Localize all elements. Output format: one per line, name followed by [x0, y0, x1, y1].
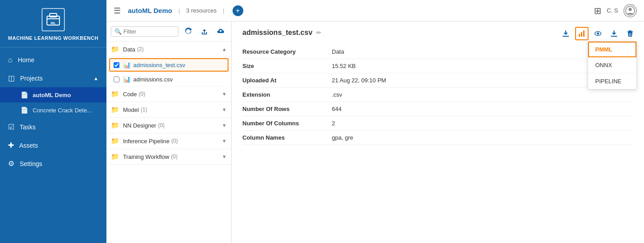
hamburger-icon[interactable]: ☰ — [114, 6, 121, 16]
category-inference-pipeline-label: Inference Pipeline — [123, 138, 169, 145]
sidebar-item-label: Projects — [20, 75, 43, 82]
assets-icon: ✚ — [8, 141, 14, 149]
category-nn-designer-count: (0) — [158, 122, 165, 128]
category-data[interactable]: 📁 Data (2) ▲ — [106, 42, 231, 57]
category-code[interactable]: 📁 Code (0) ▼ — [106, 86, 231, 102]
visualize-button[interactable] — [575, 27, 589, 40]
file-icon: 📄 — [21, 107, 28, 114]
field-label: Extension — [242, 88, 332, 102]
category-model[interactable]: 📁 Model (1) ▼ — [106, 102, 231, 118]
category-inference-pipeline[interactable]: 📁 Inference Pipeline (0) ▼ — [106, 133, 231, 149]
field-value: gpa, gre — [332, 131, 633, 145]
upload-file-button[interactable] — [198, 25, 211, 38]
category-data-count: (2) — [137, 46, 144, 52]
category-model-label: Model — [123, 107, 139, 113]
sidebar: ML MACHINE LEARNING WORKBENCH ⌂ Home ◫ P… — [0, 0, 106, 243]
settings-icon: ⚙ — [8, 159, 14, 168]
sidebar-item-automl-demo[interactable]: 📄 autoML Demo — [0, 87, 106, 102]
svg-point-5 — [629, 8, 632, 11]
file-item-admissions-test[interactable]: 📊 admissions_test.csv — [109, 58, 229, 72]
sidebar-item-home[interactable]: ⌂ Home — [0, 51, 106, 69]
dropdown-item-pmml[interactable]: PMML — [588, 42, 636, 57]
field-label: Number Of Rows — [242, 102, 332, 116]
download-button[interactable] — [607, 27, 621, 40]
sidebar-item-assets[interactable]: ✚ Assets — [0, 136, 106, 154]
field-value: .csv — [332, 88, 633, 102]
delete-button[interactable] — [623, 27, 637, 40]
field-value: 2 — [332, 116, 633, 131]
category-code-label: Code — [123, 91, 137, 98]
folder-icon: 📁 — [111, 121, 119, 129]
category-training-workflow[interactable]: 📁 Training Workflow (0) ▼ — [106, 149, 231, 165]
grid-icon[interactable]: ⊞ — [594, 5, 602, 16]
projects-icon: ◫ — [8, 74, 15, 82]
add-resource-button[interactable]: + — [233, 5, 243, 16]
upload-cloud-button[interactable] — [214, 25, 227, 38]
table-row: Size 15.52 KB — [242, 59, 633, 73]
category-nn-designer-label: NN Designer — [123, 122, 156, 129]
field-value: 644 — [332, 102, 633, 116]
category-inference-pipeline-count: (0) — [171, 138, 178, 144]
table-row: Column Names gpa, gre — [242, 131, 633, 145]
download-source-button[interactable] — [559, 27, 572, 40]
tasks-icon: ☑ — [8, 123, 14, 131]
dropdown-item-pipeline[interactable]: PIPELINE — [588, 73, 636, 89]
table-row: Number Of Columns 2 — [242, 116, 633, 131]
sidebar-nav: ⌂ Home ◫ Projects ▲ 📄 autoML Demo 📄 Conc… — [0, 47, 106, 243]
sidebar-item-concrete-crack[interactable]: 📄 Concrete Crack Dete... — [0, 102, 106, 118]
sidebar-item-settings[interactable]: ⚙ Settings — [0, 154, 106, 173]
sidebar-logo: ML MACHINE LEARNING WORKBENCH — [0, 0, 106, 47]
resource-count: 3 resources — [186, 7, 216, 14]
folder-icon: 📁 — [111, 106, 119, 114]
csv-file-icon: 📊 — [123, 61, 131, 68]
file-checkbox-admissions[interactable] — [114, 77, 119, 82]
file-name-admissions: admissions.csv — [133, 76, 173, 83]
category-data-label: Data — [123, 46, 135, 53]
topbar-right: ⊞ C. S — [594, 4, 637, 17]
detail-actions — [559, 27, 637, 40]
refresh-button[interactable] — [182, 25, 195, 38]
field-label: Column Names — [242, 131, 332, 145]
user-avatar[interactable] — [623, 4, 637, 17]
file-checkbox-admissions-test[interactable] — [114, 62, 119, 68]
separator: | — [178, 7, 180, 14]
preview-button[interactable] — [591, 27, 605, 40]
file-panel: 🔍 📁 Data (2) ▲ — [106, 21, 232, 243]
content-row: 🔍 📁 Data (2) ▲ — [106, 21, 644, 243]
sidebar-item-label: Tasks — [20, 124, 36, 131]
chevron-up-icon: ▲ — [93, 76, 98, 81]
category-training-workflow-label: Training Workflow — [123, 153, 169, 160]
category-nn-designer[interactable]: 📁 NN Designer (0) ▼ — [106, 118, 231, 133]
svg-rect-8 — [583, 30, 585, 37]
chevron-down-icon: ▼ — [222, 91, 227, 97]
app-name: MACHINE LEARNING WORKBENCH — [8, 35, 98, 42]
svg-rect-7 — [581, 32, 582, 37]
dropdown-menu: PMML ONNX PIPELINE — [588, 41, 637, 90]
field-label: Resource Category — [242, 45, 332, 59]
file-panel-toolbar: 🔍 — [106, 21, 231, 42]
svg-text:ML: ML — [51, 21, 56, 25]
detail-panel: admissions_test.csv ✏ — [232, 21, 644, 243]
main: ☰ autoML Demo | 3 resources | + ⊞ C. S 🔍 — [106, 0, 644, 243]
sidebar-sub-item-label: Concrete Crack Dete... — [33, 107, 92, 114]
detail-filename: admissions_test.csv — [242, 29, 313, 37]
folder-icon: 📁 — [111, 45, 119, 53]
sidebar-item-label: Home — [18, 56, 34, 64]
edit-icon[interactable]: ✏ — [316, 29, 322, 36]
dropdown-item-onnx[interactable]: ONNX — [588, 57, 636, 73]
sidebar-item-label: Settings — [20, 160, 42, 167]
field-label: Number Of Columns — [242, 116, 332, 131]
folder-icon: 📁 — [111, 137, 119, 145]
search-wrapper[interactable]: 🔍 — [111, 26, 178, 37]
search-input[interactable] — [123, 28, 175, 35]
sidebar-item-tasks[interactable]: ☑ Tasks — [0, 118, 106, 136]
file-item-admissions[interactable]: 📊 admissions.csv — [106, 72, 231, 86]
csv-file-icon-2: 📊 — [123, 76, 131, 83]
field-label: Uploaded At — [242, 73, 332, 88]
sidebar-item-projects[interactable]: ◫ Projects ▲ — [0, 69, 106, 87]
home-icon: ⌂ — [8, 56, 13, 64]
svg-point-10 — [597, 33, 599, 35]
chevron-down-icon: ▼ — [222, 123, 227, 128]
chevron-down-icon: ▼ — [222, 138, 227, 144]
field-label: Size — [242, 59, 332, 73]
